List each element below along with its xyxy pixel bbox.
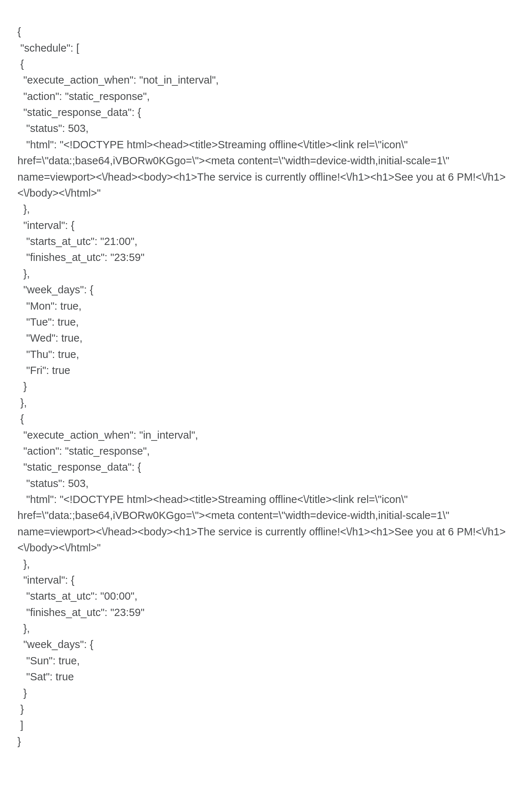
json-code-block: { "schedule": [ { "execute_action_when":… <box>0 11 532 762</box>
